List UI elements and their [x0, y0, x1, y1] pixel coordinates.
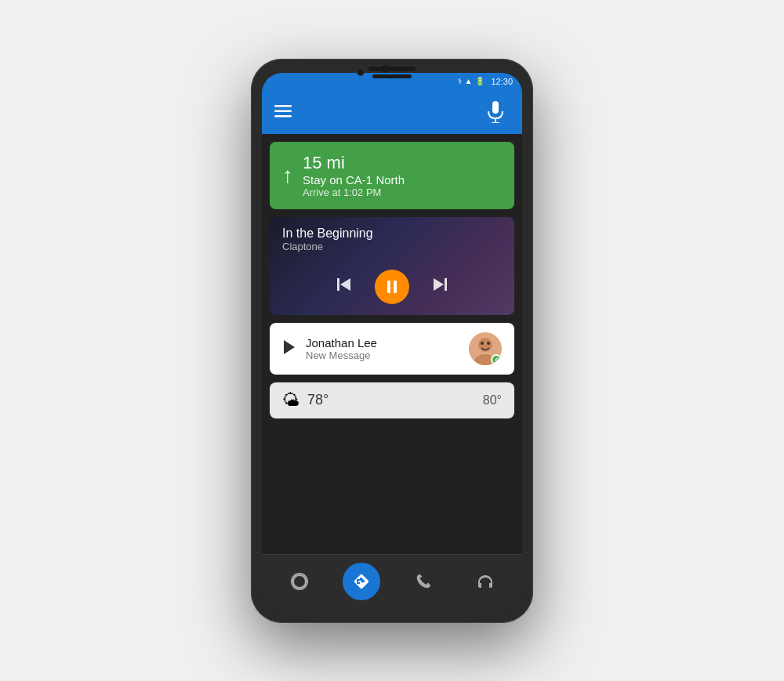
mic-button[interactable]	[481, 98, 510, 126]
phone-nav-button[interactable]	[405, 563, 442, 600]
pause-button[interactable]	[375, 270, 409, 304]
svg-marker-7	[340, 278, 350, 291]
home-nav-button[interactable]	[281, 563, 318, 600]
signal-icon: ▲	[465, 77, 473, 85]
directions-icon	[353, 573, 370, 590]
music-controls	[270, 262, 514, 315]
message-subtitle: New Message	[306, 350, 459, 361]
svg-rect-1	[274, 110, 292, 112]
navigation-card[interactable]: ↑ 15 mi Stay on CA-1 North Arrive at 1:0…	[270, 142, 514, 209]
weather-high-temp: 80°	[483, 393, 502, 408]
weather-card: 🌤 78° 80°	[270, 382, 514, 418]
svg-rect-4	[495, 118, 496, 122]
weather-icon: 🌤	[282, 390, 299, 411]
svg-rect-6	[337, 278, 339, 291]
phone-device: ⚕ ▲ 🔋 12:30	[251, 59, 533, 623]
svg-rect-9	[394, 281, 397, 293]
screen-content: ↑ 15 mi Stay on CA-1 North Arrive at 1:0…	[262, 134, 522, 554]
nav-distance: 15 mi	[303, 153, 502, 173]
previous-track-button[interactable]	[337, 277, 353, 296]
contact-avatar	[469, 332, 502, 365]
svg-rect-5	[492, 122, 499, 123]
play-message-button[interactable]	[282, 339, 296, 358]
svg-rect-0	[274, 105, 292, 107]
header-bar	[262, 90, 522, 134]
directions-nav-button[interactable]	[343, 563, 380, 600]
music-card-content: In the Beginning Claptone	[270, 217, 514, 262]
nav-road: Stay on CA-1 North	[303, 173, 502, 187]
svg-rect-3	[492, 101, 499, 114]
music-artist: Claptone	[282, 241, 502, 252]
phone-camera	[357, 68, 365, 76]
svg-rect-10	[445, 278, 447, 291]
home-inner-circle	[292, 574, 307, 589]
music-title: In the Beginning	[282, 226, 502, 241]
home-icon	[291, 573, 308, 590]
svg-rect-2	[274, 115, 292, 118]
svg-point-16	[481, 342, 484, 345]
nav-arrive: Arrive at 1:02 PM	[303, 187, 502, 198]
message-sender: Jonathan Lee	[306, 336, 459, 350]
bluetooth-icon: ⚕	[458, 77, 462, 85]
menu-icon[interactable]	[274, 104, 292, 120]
phone-speaker	[372, 74, 412, 78]
audio-nav-button[interactable]	[466, 563, 504, 600]
nav-direction-arrow: ↑	[282, 163, 293, 188]
online-status-badge	[491, 354, 502, 365]
bottom-navigation	[262, 554, 522, 609]
message-info: Jonathan Lee New Message	[306, 336, 459, 361]
svg-rect-8	[387, 281, 390, 293]
message-card[interactable]: Jonathan Lee New Message	[270, 323, 514, 375]
nav-info: 15 mi Stay on CA-1 North Arrive at 1:02 …	[303, 153, 502, 198]
music-card: In the Beginning Claptone	[270, 217, 514, 315]
svg-marker-11	[434, 278, 444, 291]
next-track-button[interactable]	[431, 277, 447, 296]
weather-current-temp: 78°	[307, 392, 328, 408]
headphones-icon	[476, 574, 495, 589]
status-time: 12:30	[491, 77, 513, 86]
svg-point-17	[487, 342, 490, 345]
battery-icon: 🔋	[475, 77, 485, 85]
status-icons: ⚕ ▲ 🔋 12:30	[458, 77, 513, 86]
phone-screen: ⚕ ▲ 🔋 12:30	[262, 73, 522, 609]
phone-icon	[415, 573, 432, 590]
svg-marker-12	[284, 340, 295, 354]
